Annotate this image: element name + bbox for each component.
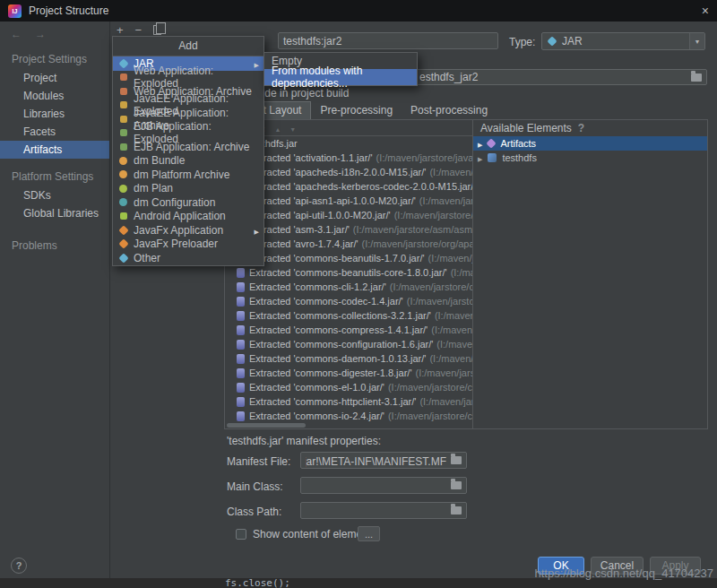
tree-item[interactable]: Extracted 'commons-collections-3.2.1.jar…	[225, 308, 472, 323]
chevron-down-icon[interactable]	[689, 33, 704, 49]
sidebar-item-artifacts[interactable]: Artifacts	[0, 141, 109, 159]
tree-item[interactable]: Extracted 'commons-io-2.4.jar/'(I:/maven…	[225, 409, 472, 423]
main-class-input[interactable]	[300, 477, 467, 494]
ejb-application-archive-icon	[117, 141, 129, 152]
tree-item-path: (I:/maven/	[435, 310, 472, 321]
submenu-item-from-modules[interactable]: From modules with dependencies...	[264, 69, 417, 85]
sidebar-item-problems[interactable]: Problems	[0, 235, 109, 255]
chevron-right-icon[interactable]	[478, 152, 482, 163]
available-item-label: testhdfs	[502, 152, 537, 163]
tree-item[interactable]: Extracted 'commons-httpclient-3.1.jar/'(…	[225, 394, 472, 409]
ok-button[interactable]: OK	[538, 557, 584, 575]
class-path-input[interactable]	[300, 502, 467, 519]
web-application-archive-icon	[117, 85, 129, 97]
menu-item-ejb-application-archive[interactable]: EJB Application: Archive	[113, 140, 263, 154]
menu-item-web-application-exploded[interactable]: Web Application: Exploded	[113, 71, 263, 85]
available-elements-header: Available Elements	[473, 120, 707, 136]
chevron-right-icon[interactable]	[478, 138, 482, 149]
sidebar-item-libraries[interactable]: Libraries	[0, 105, 109, 123]
sidebar-item-facets[interactable]: Facets	[0, 123, 109, 141]
jar-file-icon	[237, 354, 245, 364]
folder-icon[interactable]	[691, 74, 702, 82]
tab-post-processing[interactable]: Post-processing	[402, 102, 497, 119]
help-button[interactable]	[11, 558, 27, 574]
move-down-icon[interactable]	[289, 123, 296, 134]
show-content-checkbox[interactable]	[236, 529, 246, 540]
javaee-application-icon	[117, 99, 129, 111]
main-class-value-wrap	[306, 478, 446, 493]
tree-item-name: Extracted 'commons-io-2.4.jar/'	[249, 411, 384, 421]
tree-item-name: Extracted 'api-util-1.0.0-M20.jar/'	[249, 210, 391, 220]
copy-artifact-icon[interactable]	[153, 25, 161, 35]
menu-item-javafx-preloader[interactable]: JavaFx Preloader	[113, 238, 263, 252]
available-elements-title: Available Elements	[480, 122, 572, 134]
output-layout-panels: testhdfs.jar Extracted 'activation-1.1.j…	[224, 119, 708, 429]
apply-button[interactable]: Apply	[650, 557, 701, 575]
sidebar-item-project[interactable]: Project	[0, 69, 109, 87]
manifest-section-title: 'testhdfs.jar' manifest properties:	[227, 435, 381, 447]
sidebar-item-sdks[interactable]: SDKs	[0, 186, 109, 204]
forward-icon[interactable]	[35, 28, 46, 40]
titlebar: Project Structure	[0, 0, 717, 22]
menu-item-android-application[interactable]: Android Application	[113, 210, 263, 224]
sidebar-item-modules[interactable]: Modules	[0, 87, 109, 105]
tree-item[interactable]: Extracted 'commons-beanutils-core-1.8.0.…	[225, 265, 472, 280]
horizontal-scrollbar[interactable]	[225, 422, 472, 428]
tree-item[interactable]: Extracted 'commons-codec-1.4.jar/'(I:/ma…	[225, 294, 472, 308]
jar-submenu: Empty From modules with dependencies...	[263, 52, 418, 86]
tree-item[interactable]: Extracted 'commons-cli-1.2.jar/'(I:/mave…	[225, 280, 472, 294]
module-icon	[488, 153, 497, 162]
tree-item-path: (I:/maven/ja	[429, 167, 472, 177]
tree-item[interactable]: Extracted 'commons-daemon-1.0.13.jar/'(I…	[225, 351, 472, 366]
sidebar-item-global-libraries[interactable]: Global Libraries	[0, 204, 109, 222]
tree-item-path: (I:/maven/ja	[431, 324, 472, 335]
menu-item-dm-platform-archive[interactable]: dm Platform Archive	[113, 168, 263, 182]
move-up-icon[interactable]	[274, 123, 281, 134]
android-icon	[117, 211, 129, 222]
history-nav	[0, 22, 109, 48]
submenu-arrow-icon	[255, 224, 259, 237]
menu-item-ejb-application-exploded[interactable]: EJB Application: Exploded	[113, 126, 263, 141]
more-options-button[interactable]: ...	[358, 526, 380, 541]
scrollbar-thumb[interactable]	[227, 423, 306, 428]
folder-icon[interactable]	[451, 506, 462, 514]
remove-artifact-icon[interactable]	[135, 23, 143, 37]
folder-icon[interactable]	[451, 456, 462, 464]
cancel-button[interactable]: Cancel	[591, 557, 644, 575]
artifact-type-select[interactable]: JAR	[541, 32, 705, 50]
tree-item[interactable]: Extracted 'commons-digester-1.8.jar/'(I:…	[225, 366, 472, 380]
tree-item-name: Extracted 'commons-beanutils-1.7.0.jar/'	[249, 253, 425, 264]
menu-item-dm-configuration[interactable]: dm Configuration	[113, 195, 263, 210]
tree-item-path: (I:/maven/	[429, 353, 472, 364]
manifest-file-input[interactable]: s-lang-2.6.jar!\META-INF\MANIFEST.MF	[300, 452, 467, 469]
javaee-application-archive-icon	[117, 113, 129, 125]
jar-file-icon	[237, 325, 245, 335]
available-item-artifacts[interactable]: Artifacts	[473, 136, 707, 151]
add-popup-menu: Add JAR Web Application: Exploded Web Ap…	[112, 36, 264, 266]
back-icon[interactable]	[11, 28, 22, 40]
menu-item-dm-plan[interactable]: dm Plan	[113, 182, 263, 196]
tab-pre-processing[interactable]: Pre-processing	[311, 102, 402, 119]
close-icon[interactable]	[702, 4, 709, 17]
jar-file-icon	[237, 340, 245, 350]
add-artifact-icon[interactable]	[117, 23, 124, 37]
artifact-name-input[interactable]: testhdfs:jar2	[278, 32, 498, 49]
menu-item-other[interactable]: Other	[113, 251, 263, 265]
tree-item-name: Extracted 'commons-beanutils-core-1.8.0.…	[249, 267, 447, 278]
tree-item[interactable]: Extracted 'commons-el-1.0.jar/'(I:/maven…	[225, 380, 472, 394]
tree-item[interactable]: Extracted 'commons-configuration-1.6.jar…	[225, 337, 472, 351]
tree-item[interactable]: Extracted 'commons-compress-1.4.1.jar/'(…	[225, 323, 472, 337]
tree-item-path: (I:/maven/jarst	[416, 368, 473, 378]
manifest-file-value-wrap: s-lang-2.6.jar!\META-INF\MANIFEST.MF	[306, 453, 446, 468]
manifest-file-value: s-lang-2.6.jar!\META-INF\MANIFEST.MF	[306, 455, 446, 468]
dm-platform-archive-icon	[117, 169, 129, 180]
tree-item-path: (I:/mav	[451, 267, 472, 278]
folder-icon[interactable]	[451, 481, 462, 489]
menu-item-javafx-application[interactable]: JavaFx Application	[113, 223, 263, 238]
jar-file-icon	[237, 397, 245, 407]
help-icon[interactable]	[578, 122, 584, 134]
available-item-testhdfs[interactable]: testhdfs	[473, 151, 707, 165]
menu-item-dm-bundle[interactable]: dm Bundle	[113, 154, 263, 169]
jar-icon	[546, 36, 557, 48]
class-path-label: Class Path:	[227, 506, 281, 518]
